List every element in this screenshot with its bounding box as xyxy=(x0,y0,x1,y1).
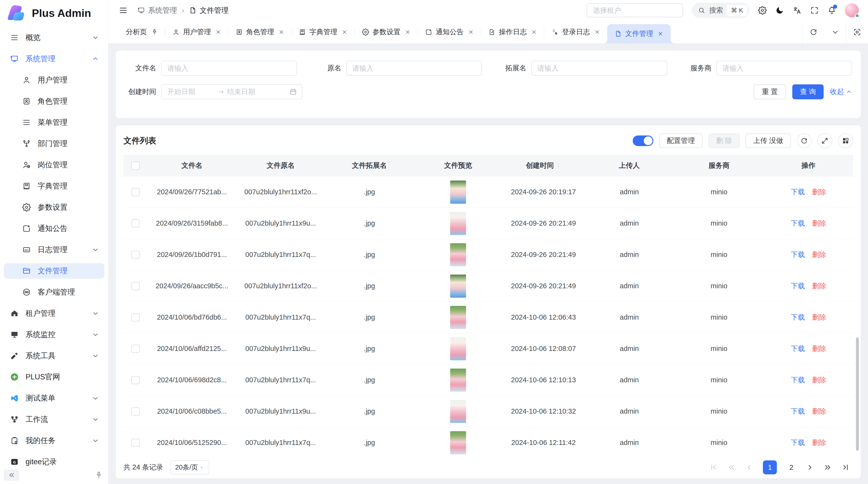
maximize-content-button[interactable] xyxy=(846,21,868,43)
tab-role-management[interactable]: 角色管理 xyxy=(228,21,291,43)
query-button[interactable]: 查 询 xyxy=(792,84,824,99)
file-name-input[interactable] xyxy=(161,61,297,76)
next-page-button[interactable] xyxy=(806,463,814,472)
page-number-2[interactable]: 2 xyxy=(786,463,796,472)
file-preview-image[interactable] xyxy=(450,181,466,204)
refresh-table-button[interactable] xyxy=(797,133,812,148)
first-page-button[interactable] xyxy=(709,463,717,472)
sidebar-item-menu-management[interactable]: 菜单管理 xyxy=(4,115,104,130)
delete-link[interactable]: 删除 xyxy=(812,344,826,354)
row-checkbox[interactable] xyxy=(131,376,140,384)
extension-input[interactable] xyxy=(531,61,667,76)
sidebar-item-param-settings[interactable]: 参数设置 xyxy=(4,200,104,215)
file-preview-image[interactable] xyxy=(450,431,466,454)
delete-link[interactable]: 删除 xyxy=(812,281,826,291)
pin-icon[interactable] xyxy=(151,29,158,35)
close-icon[interactable] xyxy=(278,29,284,35)
delete-link[interactable]: 删除 xyxy=(812,407,826,416)
page-size-select[interactable]: 20条/页 xyxy=(170,460,209,474)
download-link[interactable]: 下载 xyxy=(791,438,805,448)
sidebar-item-test-menu[interactable]: 测试菜单 xyxy=(4,390,104,406)
upload-button[interactable]: 上传 没做 xyxy=(745,133,791,148)
column-header-4[interactable]: 创建时间 xyxy=(502,161,585,170)
sidebar-item-system-tools[interactable]: 系统工具 xyxy=(4,348,104,363)
breadcrumb-item-file-management[interactable]: 文件管理 xyxy=(189,5,228,15)
sidebar-item-dict-management[interactable]: 字典管理 xyxy=(4,179,104,194)
download-link[interactable]: 下载 xyxy=(791,187,805,197)
file-preview-image[interactable] xyxy=(450,400,466,423)
close-icon[interactable] xyxy=(405,29,411,35)
global-search-button[interactable]: 搜索 ⌘ K xyxy=(692,3,749,18)
sidebar-item-user-management[interactable]: 用户管理 xyxy=(4,72,104,88)
row-checkbox[interactable] xyxy=(131,219,140,228)
row-checkbox[interactable] xyxy=(131,313,140,322)
file-preview-image[interactable] xyxy=(450,368,466,392)
tab-login-log[interactable]: 登录日志 xyxy=(544,21,607,43)
download-link[interactable]: 下载 xyxy=(791,219,805,228)
tab-operation-log[interactable]: 操作日志 xyxy=(481,21,544,43)
download-link[interactable]: 下载 xyxy=(791,407,805,416)
next-5-pages-button[interactable] xyxy=(824,463,832,472)
sidebar-item-overview[interactable]: 概览 xyxy=(4,30,104,45)
date-range-input[interactable]: 开始日期 结束日期 xyxy=(161,84,302,99)
sidebar-item-notice[interactable]: 通知公告 xyxy=(4,221,104,236)
close-icon[interactable] xyxy=(215,29,221,35)
sidebar-item-gitee-log[interactable]: G gitee记录 xyxy=(4,454,104,469)
row-checkbox[interactable] xyxy=(131,188,140,196)
sidebar-item-client-management[interactable]: 客户端管理 xyxy=(4,284,104,300)
app-logo[interactable]: Plus Admin xyxy=(0,0,108,27)
close-icon[interactable] xyxy=(657,31,663,37)
close-icon[interactable] xyxy=(594,29,600,35)
file-preview-image[interactable] xyxy=(450,306,466,329)
delete-link[interactable]: 删除 xyxy=(812,250,826,260)
notifications-button[interactable] xyxy=(828,6,836,15)
sidebar-item-file-management[interactable]: 文件管理 xyxy=(4,263,104,279)
close-icon[interactable] xyxy=(342,29,347,35)
download-link[interactable]: 下载 xyxy=(791,250,805,260)
close-icon[interactable] xyxy=(531,29,537,35)
table-scrollbar[interactable] xyxy=(856,337,859,451)
download-link[interactable]: 下载 xyxy=(791,375,805,385)
delete-link[interactable]: 删除 xyxy=(812,375,826,385)
delete-link[interactable]: 删除 xyxy=(812,438,826,448)
collapse-filters-link[interactable]: 收起 xyxy=(830,87,852,97)
language-button[interactable] xyxy=(793,6,802,15)
tab-param-settings[interactable]: 参数设置 xyxy=(355,21,418,43)
file-preview-image[interactable] xyxy=(450,212,466,235)
settings-button[interactable] xyxy=(758,6,767,15)
download-link[interactable]: 下载 xyxy=(791,281,805,291)
sidebar-item-workflow[interactable]: 工作流 xyxy=(4,412,104,427)
row-checkbox[interactable] xyxy=(131,439,140,447)
sidebar-item-my-tasks[interactable]: 我的任务 xyxy=(4,433,104,448)
avatar[interactable] xyxy=(845,3,859,18)
sidebar-item-log-management[interactable]: DEV 日志管理 xyxy=(4,242,104,257)
search-panel-toggle[interactable] xyxy=(633,135,653,146)
refresh-tab-button[interactable] xyxy=(802,21,824,43)
prev-page-button[interactable] xyxy=(745,463,753,472)
dark-mode-button[interactable] xyxy=(775,6,784,15)
row-checkbox[interactable] xyxy=(131,282,140,290)
row-checkbox[interactable] xyxy=(131,345,140,353)
tab-dict-management[interactable]: 字典管理 xyxy=(291,21,355,43)
last-page-button[interactable] xyxy=(841,463,850,472)
prev-5-pages-button[interactable] xyxy=(727,463,735,472)
row-checkbox[interactable] xyxy=(131,407,140,416)
delete-link[interactable]: 删除 xyxy=(812,313,826,322)
tab-menu-button[interactable] xyxy=(824,21,846,43)
sidebar-pin-button[interactable] xyxy=(95,471,103,479)
sort-icon[interactable] xyxy=(556,162,561,169)
sidebar-item-dept-management[interactable]: 部门管理 xyxy=(4,136,104,151)
tab-file-management[interactable]: 文件管理 xyxy=(607,24,671,43)
delete-link[interactable]: 删除 xyxy=(812,219,826,228)
download-link[interactable]: 下载 xyxy=(791,344,805,354)
file-preview-image[interactable] xyxy=(450,275,466,298)
config-management-button[interactable]: 配置管理 xyxy=(659,133,703,148)
file-preview-image[interactable] xyxy=(450,243,466,266)
file-preview-image[interactable] xyxy=(450,337,466,360)
fullscreen-button[interactable] xyxy=(810,6,819,15)
sidebar-toggle-button[interactable] xyxy=(119,6,128,15)
tab-user-management[interactable]: 用户管理 xyxy=(165,21,228,43)
sidebar-item-post-management[interactable]: 岗位管理 xyxy=(4,157,104,172)
breadcrumb-item-system-management[interactable]: 系统管理 xyxy=(137,5,177,15)
delete-link[interactable]: 删除 xyxy=(812,187,826,197)
